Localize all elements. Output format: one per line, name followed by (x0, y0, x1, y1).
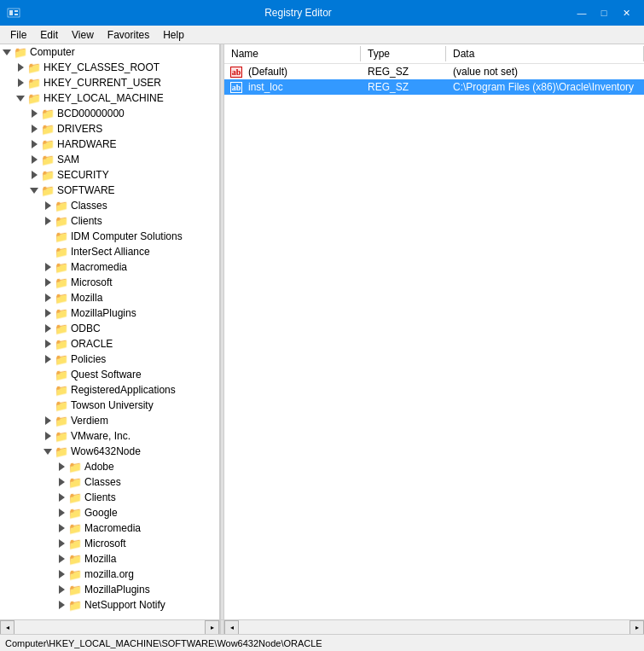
tree-item-w-microsoft[interactable]: 📁Microsoft (0, 536, 219, 551)
tree-item-oracle[interactable]: 📁ORACLE (0, 336, 219, 352)
tree-item-regapps[interactable]: 📁RegisteredApplications (0, 382, 219, 398)
expand-btn-classes[interactable] (41, 199, 55, 212)
expand-btn-oracle[interactable] (41, 337, 55, 351)
folder-icon-hkcr: 📁 (27, 61, 41, 74)
tree-item-w-clients[interactable]: 📁Clients (0, 490, 219, 505)
col-header-type[interactable]: Type (361, 46, 446, 61)
expand-btn-w-mozilla[interactable] (55, 552, 68, 566)
right-scroll[interactable]: ab(Default)REG_SZ(value not set)abinst_l… (224, 64, 644, 619)
menu-file[interactable]: File (3, 27, 33, 43)
tree-item-security[interactable]: 📁SECURITY (0, 167, 219, 183)
tree-label-quest: Quest Software (71, 369, 142, 381)
expand-btn-macromedia[interactable] (41, 260, 55, 274)
tree-item-hklm[interactable]: 📁HKEY_LOCAL_MACHINE (0, 90, 219, 106)
tree-item-towson[interactable]: 📁Towson University (0, 398, 219, 413)
expand-btn-w-classes[interactable] (55, 475, 68, 489)
menu-favorites[interactable]: Favorites (101, 27, 156, 43)
tree-hscroll-right[interactable]: ▸ (205, 620, 219, 635)
expand-btn-security[interactable] (27, 168, 41, 182)
tree-item-hardware[interactable]: 📁HARDWARE (0, 137, 219, 152)
tree-item-w-adobe[interactable]: 📁Adobe (0, 459, 219, 474)
tree-item-mozillaplugins[interactable]: 📁MozillaPlugins (0, 305, 219, 321)
tree-item-w-mozillaorg[interactable]: 📁mozilla.org (0, 567, 219, 582)
expand-btn-w-adobe[interactable] (55, 460, 68, 474)
expand-btn-w-microsoft[interactable] (55, 537, 68, 550)
tree-scroll[interactable]: 📁Computer📁HKEY_CLASSES_ROOT📁HKEY_CURRENT… (0, 44, 219, 619)
tree-item-bcd[interactable]: 📁BCD00000000 (0, 106, 219, 121)
expand-btn-vmware[interactable] (41, 429, 55, 443)
expand-btn-w-mozillaplugins[interactable] (55, 583, 68, 596)
tree-item-drivers[interactable]: 📁DRIVERS (0, 121, 219, 137)
tree-item-vmware[interactable]: 📁VMware, Inc. (0, 428, 219, 444)
menu-edit[interactable]: Edit (33, 27, 65, 43)
tree-hscroll-left[interactable]: ◂ (0, 620, 15, 635)
expand-btn-odbc[interactable] (41, 322, 55, 335)
reg-row-default[interactable]: ab(Default)REG_SZ(value not set) (224, 64, 644, 79)
tree-item-macromedia[interactable]: 📁Macromedia (0, 259, 219, 275)
tree-item-w-netsupport[interactable]: 📁NetSupport Notify (0, 597, 219, 613)
tree-item-wow6432[interactable]: 📁Wow6432Node (0, 444, 219, 459)
folder-icon-w-adobe: 📁 (68, 461, 82, 474)
expand-btn-policies[interactable] (41, 352, 55, 366)
expand-btn-wow6432[interactable] (41, 445, 55, 458)
right-hscroll[interactable]: ◂ ▸ (224, 619, 644, 634)
tree-hscroll-track[interactable] (15, 620, 205, 634)
status-path: Computer\HKEY_LOCAL_MACHINE\SOFTWARE\Wow… (5, 638, 322, 648)
tree-item-odbc[interactable]: 📁ODBC (0, 321, 219, 336)
expand-btn-microsoft[interactable] (41, 276, 55, 289)
menu-help[interactable]: Help (156, 27, 191, 43)
close-button[interactable]: ✕ (615, 4, 637, 21)
expand-btn-hkcu[interactable] (14, 76, 27, 90)
right-hscroll-right[interactable]: ▸ (629, 620, 644, 635)
col-header-name[interactable]: Name (224, 46, 361, 61)
tree-label-security: SECURITY (57, 169, 109, 181)
folder-icon-computer: 📁 (14, 46, 27, 59)
expand-btn-clients[interactable] (41, 214, 55, 228)
expand-btn-computer[interactable] (0, 45, 14, 59)
expand-btn-hklm[interactable] (14, 91, 27, 105)
tree-item-hkcu[interactable]: 📁HKEY_CURRENT_USER (0, 75, 219, 90)
expand-btn-w-google[interactable] (55, 506, 68, 520)
expand-btn-software[interactable] (27, 183, 41, 197)
menu-view[interactable]: View (65, 27, 101, 43)
tree-item-intersect[interactable]: 📁InterSect Alliance (0, 244, 219, 259)
tree-item-verdiem[interactable]: 📁Verdiem (0, 413, 219, 428)
expand-btn-mozillaplugins[interactable] (41, 306, 55, 320)
tree-item-clients[interactable]: 📁Clients (0, 213, 219, 229)
tree-label-hkcr: HKEY_CLASSES_ROOT (44, 61, 160, 73)
minimize-button[interactable]: — (571, 4, 593, 21)
expand-btn-drivers[interactable] (27, 122, 41, 136)
tree-item-quest[interactable]: 📁Quest Software (0, 367, 219, 382)
expand-btn-sam[interactable] (27, 153, 41, 166)
col-header-data[interactable]: Data (446, 46, 644, 61)
tree-item-computer[interactable]: 📁Computer (0, 44, 219, 60)
tree-item-w-mozilla[interactable]: 📁Mozilla (0, 551, 219, 567)
tree-item-microsoft[interactable]: 📁Microsoft (0, 275, 219, 290)
tree-item-sam[interactable]: 📁SAM (0, 152, 219, 167)
right-hscroll-left[interactable]: ◂ (224, 620, 239, 635)
maximize-button[interactable]: □ (593, 4, 615, 21)
expand-btn-hardware[interactable] (27, 137, 41, 151)
tree-item-software[interactable]: 📁SOFTWARE (0, 183, 219, 198)
folder-icon-w-netsupport: 📁 (68, 599, 82, 612)
tree-item-idm[interactable]: 📁IDM Computer Solutions (0, 229, 219, 244)
expand-btn-hkcr[interactable] (14, 61, 27, 74)
expand-btn-bcd[interactable] (27, 107, 41, 120)
expand-btn-w-clients[interactable] (55, 491, 68, 504)
tree-item-w-google[interactable]: 📁Google (0, 505, 219, 520)
tree-item-classes[interactable]: 📁Classes (0, 198, 219, 213)
tree-item-w-classes[interactable]: 📁Classes (0, 474, 219, 490)
reg-row-inst_loc[interactable]: abinst_locREG_SZC:\Program Files (x86)\O… (224, 79, 644, 95)
tree-hscroll[interactable]: ◂ ▸ (0, 619, 220, 634)
expand-btn-mozilla[interactable] (41, 291, 55, 305)
tree-item-mozilla[interactable]: 📁Mozilla (0, 290, 219, 305)
expand-btn-w-netsupport[interactable] (55, 598, 68, 612)
expand-btn-w-mozillaorg[interactable] (55, 567, 68, 581)
tree-item-w-mozillaplugins[interactable]: 📁MozillaPlugins (0, 582, 219, 597)
tree-item-policies[interactable]: 📁Policies (0, 352, 219, 367)
tree-item-hkcr[interactable]: 📁HKEY_CLASSES_ROOT (0, 60, 219, 75)
tree-item-w-macromedia[interactable]: 📁Macromedia (0, 520, 219, 536)
right-hscroll-track[interactable] (239, 620, 629, 634)
expand-btn-verdiem[interactable] (41, 414, 55, 427)
expand-btn-w-macromedia[interactable] (55, 521, 68, 535)
